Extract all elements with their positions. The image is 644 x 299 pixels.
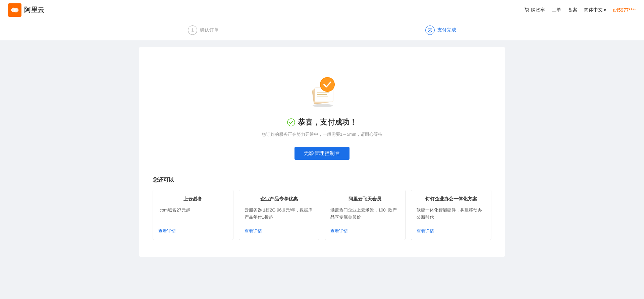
step-1-number: 1 bbox=[191, 27, 194, 33]
promo-card-0-desc: .com域名27元起 bbox=[158, 207, 228, 224]
svg-point-13 bbox=[287, 119, 295, 126]
promo-card-2-title: 阿里云飞天会员 bbox=[330, 196, 400, 202]
svg-point-2 bbox=[528, 11, 529, 12]
console-button[interactable]: 无影管理控制台 bbox=[294, 147, 350, 160]
lang-arrow-icon: ▾ bbox=[604, 7, 606, 13]
logo-area[interactable]: 阿里云 bbox=[8, 3, 44, 17]
step-2: 支付完成 bbox=[425, 25, 456, 35]
step-1: 1 确认订单 bbox=[188, 25, 219, 35]
svg-point-1 bbox=[526, 11, 527, 12]
step-1-circle: 1 bbox=[188, 25, 197, 35]
promo-card-3: 钉钉企业办公一体化方案 软硬一体化智能硬件，构建移动办公新时代 查看详情 bbox=[411, 190, 492, 240]
cart-icon bbox=[524, 7, 530, 13]
lang-selector[interactable]: 简体中文 ▾ bbox=[584, 7, 606, 13]
success-title-text: 恭喜，支付成功！ bbox=[298, 117, 357, 127]
promo-card-3-link[interactable]: 查看详情 bbox=[417, 228, 486, 234]
promo-card-1-desc: 云服务器 1核2G 96.9元/年，数据库产品年付1折起 bbox=[245, 207, 314, 224]
success-title-row: 恭喜，支付成功！ bbox=[287, 117, 357, 127]
cart-button[interactable]: 购物车 bbox=[524, 7, 545, 13]
promo-card-1: 企业产品专享优惠 云服务器 1核2G 96.9元/年，数据库产品年付1折起 查看… bbox=[239, 190, 320, 240]
order-link[interactable]: 工单 bbox=[552, 7, 561, 13]
promo-card-0-title: 上云必备 bbox=[158, 196, 228, 202]
success-illustration bbox=[302, 70, 342, 111]
header: 阿里云 购物车 工单 备案 简体中文 ▾ a45977**** bbox=[0, 0, 644, 20]
step-2-label: 支付完成 bbox=[437, 27, 456, 33]
step-2-circle bbox=[425, 25, 435, 35]
promo-card-1-link[interactable]: 查看详情 bbox=[245, 228, 314, 234]
success-green-check-icon bbox=[287, 118, 295, 126]
steps-bar: 1 确认订单 支付完成 bbox=[0, 20, 644, 40]
promo-card-3-desc: 软硬一体化智能硬件，构建移动办公新时代 bbox=[417, 207, 486, 224]
main-wrapper: 恭喜，支付成功！ 您订购的服务正在努力开通中，一般需要1～5min，请耐心等待 … bbox=[0, 40, 644, 263]
aliyun-logo-icon bbox=[8, 3, 21, 17]
success-section: 恭喜，支付成功！ 您订购的服务正在努力开通中，一般需要1～5min，请耐心等待 … bbox=[153, 60, 491, 173]
promo-card-2-link[interactable]: 查看详情 bbox=[330, 228, 400, 234]
step-1-label: 确认订单 bbox=[200, 27, 219, 33]
also-section: 您还可以 上云必备 .com域名27元起 查看详情 企业产品专享优惠 云服务器 … bbox=[153, 177, 491, 240]
step-2-check-icon bbox=[428, 28, 432, 33]
logo-text: 阿里云 bbox=[24, 5, 44, 14]
user-account[interactable]: a45977**** bbox=[613, 7, 636, 13]
promo-card-2-desc: 涵盖热门企业上云场景，100+款产品享专属会员价 bbox=[330, 207, 400, 224]
lang-label: 简体中文 bbox=[584, 7, 603, 13]
promo-card-0: 上云必备 .com域名27元起 查看详情 bbox=[153, 190, 233, 240]
promo-card-2: 阿里云飞天会员 涵盖热门企业上云场景，100+款产品享专属会员价 查看详情 bbox=[325, 190, 406, 240]
promo-card-3-title: 钉钉企业办公一体化方案 bbox=[417, 196, 486, 202]
promo-cards-row: 上云必备 .com域名27元起 查看详情 企业产品专享优惠 云服务器 1核2G … bbox=[153, 190, 491, 240]
svg-point-4 bbox=[313, 104, 333, 107]
cart-label: 购物车 bbox=[531, 7, 545, 13]
svg-point-12 bbox=[321, 78, 334, 91]
step-connector bbox=[224, 30, 420, 30]
steps-container: 1 确认订单 支付完成 bbox=[188, 25, 456, 35]
success-subtitle: 您订购的服务正在努力开通中，一般需要1～5min，请耐心等待 bbox=[262, 131, 382, 137]
promo-card-0-link[interactable]: 查看详情 bbox=[158, 228, 228, 234]
icp-link[interactable]: 备案 bbox=[568, 7, 577, 13]
also-title: 您还可以 bbox=[153, 177, 491, 184]
main-card: 恭喜，支付成功！ 您订购的服务正在努力开通中，一般需要1～5min，请耐心等待 … bbox=[139, 47, 505, 257]
promo-card-1-title: 企业产品专享优惠 bbox=[245, 196, 314, 202]
header-right: 购物车 工单 备案 简体中文 ▾ a45977**** bbox=[524, 7, 636, 13]
